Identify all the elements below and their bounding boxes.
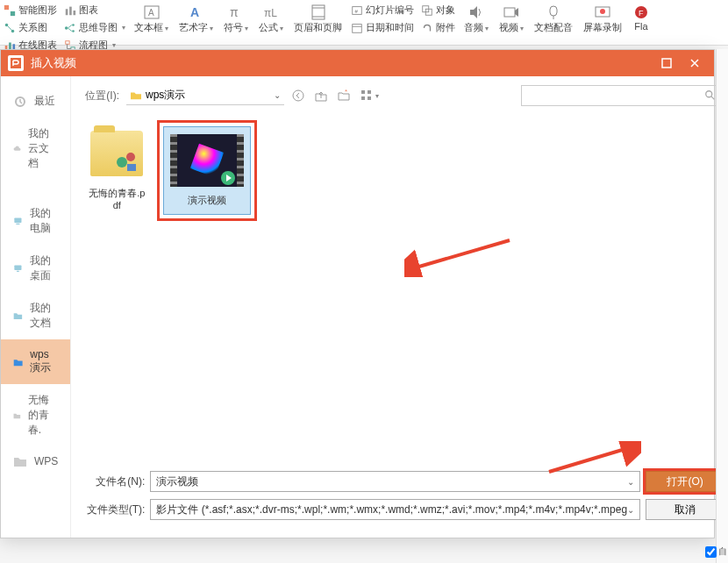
new-folder-icon[interactable]: *	[337, 89, 351, 103]
sidebar-item-documents[interactable]: 我的文档	[1, 292, 70, 339]
sidebar-item-recent[interactable]: 最近	[1, 85, 70, 118]
sidebar-item-desktop[interactable]: 我的桌面	[1, 245, 70, 292]
svg-point-13	[72, 30, 75, 32]
ribbon-header-footer[interactable]: 页眉和页脚	[289, 2, 347, 43]
location-label: 位置(I):	[85, 89, 119, 103]
svg-line-51	[711, 96, 715, 100]
svg-text:*: *	[345, 89, 347, 96]
svg-point-53	[126, 153, 135, 161]
sidebar-item-folder-wuhui[interactable]: 无悔的青春.	[1, 384, 70, 446]
cancel-button[interactable]: 取消	[646, 499, 724, 520]
ribbon-attachment[interactable]: 附件	[418, 19, 459, 36]
svg-rect-42	[14, 266, 21, 270]
ribbon-relation[interactable]: 关系图	[0, 19, 61, 36]
insert-video-dialog: 插入视频 最近 我的云文档 我的电脑 我的桌面 我的文档 wps演示 无悔的青春…	[0, 49, 715, 538]
ribbon-dubbing[interactable]: 文档配音	[529, 2, 578, 43]
play-badge-icon	[221, 171, 235, 185]
svg-line-56	[549, 448, 628, 472]
chevron-down-icon: ⌄	[627, 477, 634, 487]
sidebar-item-wps[interactable]: WPS	[1, 446, 70, 476]
filename-value: 演示视频	[156, 474, 198, 489]
svg-rect-41	[16, 224, 19, 224]
filetype-label: 文件类型(T):	[83, 502, 145, 517]
ribbon-formula[interactable]: πL公式▾	[253, 2, 289, 43]
annotation-frame-file: 演示视频	[157, 120, 257, 221]
svg-rect-0	[4, 4, 9, 9]
file-label: 演示视频	[188, 194, 226, 207]
dialog-title: 插入视频	[31, 55, 654, 71]
svg-line-4	[7, 25, 13, 31]
svg-text:#: #	[354, 7, 358, 13]
edge-checkbox[interactable]: 自	[705, 545, 727, 558]
annotation-arrow-1	[404, 233, 518, 277]
pdf-folder-icon	[90, 131, 143, 176]
ribbon-slide-number[interactable]: #幻灯片编号	[347, 2, 418, 18]
filename-label: 文件名(N):	[83, 474, 145, 489]
back-icon[interactable]	[291, 89, 305, 103]
ribbon-symbol[interactable]: π符号▾	[218, 2, 253, 43]
close-button[interactable]	[682, 53, 707, 73]
sidebar-item-label: 我的桌面	[30, 253, 59, 283]
view-mode-icon[interactable]: ▾	[360, 89, 379, 103]
dialog-titlebar: 插入视频	[1, 50, 714, 76]
sidebar-item-label: 无悔的青春.	[28, 393, 59, 438]
sidebar-item-label: 我的云文档	[28, 126, 58, 171]
ribbon-video[interactable]: 视频▾	[494, 2, 529, 43]
svg-rect-14	[66, 40, 69, 44]
location-combo[interactable]: wps演示 ⌄	[126, 86, 284, 105]
search-box[interactable]	[521, 85, 723, 106]
ribbon-wordart[interactable]: A艺术字▾	[174, 2, 218, 43]
svg-rect-54	[127, 164, 136, 171]
svg-rect-40	[14, 218, 21, 223]
svg-rect-8	[66, 9, 68, 15]
svg-rect-46	[361, 90, 365, 94]
svg-line-55	[413, 240, 510, 268]
svg-rect-1	[11, 11, 15, 15]
sidebar-item-label: 我的电脑	[30, 206, 59, 236]
sidebar-item-computer[interactable]: 我的电脑	[1, 197, 70, 245]
svg-text:πL: πL	[264, 7, 277, 19]
video-thumb-icon	[170, 134, 244, 187]
ribbon-datetime[interactable]: 日期和时间	[347, 19, 418, 36]
maximize-button[interactable]	[654, 53, 679, 73]
svg-point-11	[65, 26, 68, 30]
location-bar: 位置(I): wps演示 ⌄ * ▾	[71, 76, 728, 115]
svg-rect-47	[368, 90, 371, 94]
sidebar-item-cloud[interactable]: 我的云文档	[1, 118, 70, 180]
file-item-video[interactable]: 演示视频	[163, 126, 251, 215]
annotation-arrow-2	[545, 441, 641, 476]
ribbon-audio[interactable]: 音频▾	[459, 2, 494, 43]
ribbon-chart[interactable]: 图表	[61, 2, 129, 18]
svg-rect-38	[662, 59, 671, 68]
ribbon-smart-shape[interactable]: 智能图形	[0, 2, 61, 18]
file-list[interactable]: 无悔的青春.pdf 演示视频	[71, 115, 728, 466]
svg-rect-9	[69, 6, 72, 15]
svg-point-50	[706, 91, 712, 97]
svg-rect-31	[550, 6, 557, 16]
svg-text:F: F	[639, 9, 644, 18]
ribbon-textbox[interactable]: A文本框▾	[129, 2, 174, 43]
chevron-down-icon: ⌄	[274, 90, 281, 100]
svg-rect-43	[17, 271, 19, 272]
sidebar-item-label: 我的文档	[30, 301, 59, 331]
up-folder-icon[interactable]	[314, 89, 328, 103]
svg-text:π: π	[230, 5, 239, 19]
svg-point-52	[117, 157, 127, 167]
sidebar-item-wps-demo[interactable]: wps演示	[1, 339, 70, 384]
svg-rect-10	[74, 11, 76, 15]
ribbon-flash[interactable]: FFla	[627, 2, 655, 43]
chevron-down-icon: ⌄	[627, 505, 634, 515]
sidebar-item-label: wps演示	[30, 348, 58, 375]
svg-point-44	[293, 90, 303, 101]
filetype-combo[interactable]: 影片文件 (*.asf;*.asx;*.dvr-ms;*.wpl;*.wm;*.…	[150, 499, 640, 520]
ribbon-screen-record[interactable]: 屏幕录制	[578, 2, 627, 43]
svg-rect-26	[353, 24, 362, 32]
file-label: 无悔的青春.pdf	[87, 187, 146, 210]
search-input[interactable]	[527, 89, 704, 102]
open-button[interactable]: 打开(O)	[646, 471, 724, 492]
ribbon-object[interactable]: 对象	[418, 2, 459, 18]
svg-point-34	[600, 9, 605, 14]
file-item-pdf[interactable]: 无悔的青春.pdf	[83, 120, 150, 214]
ribbon-mindmap[interactable]: 思维导图▾	[61, 19, 129, 36]
ribbon-toolbar: 智能图形 关系图 在线图表 图表 思维导图▾ 流程图▾ A文本框▾ A艺术字▾ …	[0, 0, 728, 46]
